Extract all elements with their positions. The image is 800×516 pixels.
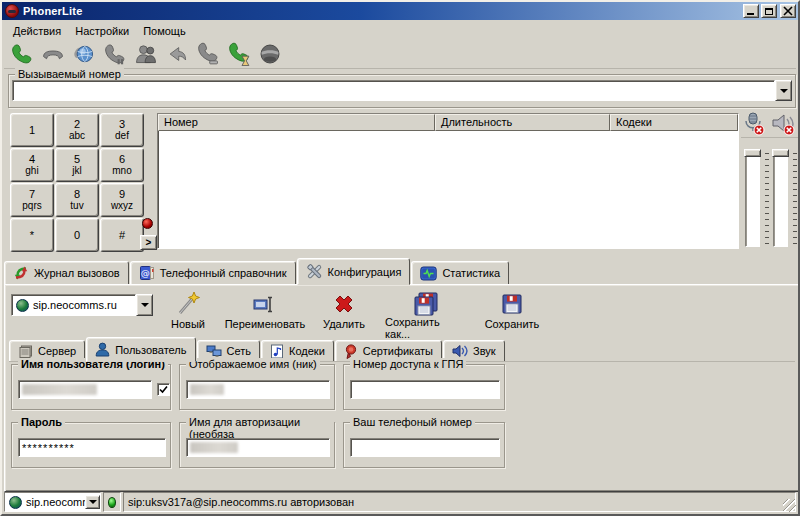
auth-name-input[interactable] xyxy=(186,438,330,457)
delete-profile-label: Удалить xyxy=(323,318,365,330)
reject-button[interactable] xyxy=(194,41,222,67)
red-x-icon xyxy=(331,290,357,318)
display-name-label: Отображаемое имя (ник) xyxy=(186,358,320,370)
column-duration[interactable]: Длительность xyxy=(435,114,610,131)
speaker-slider-thumb[interactable] xyxy=(772,149,789,157)
mic-volume-slider[interactable] xyxy=(744,147,770,251)
floppy-icon xyxy=(500,290,524,318)
dialpad-key-8[interactable]: 8tuv xyxy=(55,183,99,217)
subtab-server-label: Сервер xyxy=(38,345,76,357)
profile-combo-dropdown-button[interactable] xyxy=(136,294,153,316)
dialpad-key-hash[interactable]: # xyxy=(100,218,144,252)
maximize-button[interactable] xyxy=(761,4,777,18)
window-title: PhonerLite xyxy=(23,5,741,17)
rename-icon xyxy=(252,290,278,318)
menu-settings[interactable]: Настройки xyxy=(68,23,136,39)
gray-handset-icon xyxy=(41,42,65,66)
main-toolbar xyxy=(4,40,796,69)
handset-minus-icon xyxy=(196,42,220,66)
forward-arrow-icon xyxy=(165,42,189,66)
speaker-volume-slider[interactable] xyxy=(772,147,798,251)
column-number[interactable]: Номер xyxy=(158,114,435,131)
dialpad-key-1[interactable]: 1 xyxy=(10,113,54,147)
tab-call-log-label: Журнал вызовов xyxy=(34,267,120,279)
redial-button[interactable] xyxy=(70,41,98,67)
menu-help[interactable]: Помощь xyxy=(136,23,193,39)
volume-icons xyxy=(741,112,799,138)
dialpad-key-0[interactable]: 0 xyxy=(55,218,99,252)
menu-actions[interactable]: Действия xyxy=(6,23,68,39)
tab-statistics[interactable]: Статистика xyxy=(411,261,509,285)
subtab-user-label: Пользователь xyxy=(115,344,186,356)
title-bar: PhonerLite xyxy=(2,2,798,20)
dialpad-key-star[interactable]: * xyxy=(10,218,54,252)
speaker-waves-icon xyxy=(452,344,468,358)
dialpad-key-2[interactable]: 2abc xyxy=(55,113,99,147)
hangup-button[interactable] xyxy=(39,41,67,67)
dialed-number-label: Вызываемый номер xyxy=(15,68,124,80)
tab-phonebook[interactable]: @ Телефонный справочник xyxy=(130,261,296,285)
mic-slider-thumb[interactable] xyxy=(744,149,761,157)
username-input[interactable] xyxy=(18,380,152,399)
mailbox-number-label: Номер доступа к ГПЯ xyxy=(350,358,466,370)
phone-number-input[interactable] xyxy=(350,438,500,457)
column-codecs[interactable]: Кодеки xyxy=(610,114,738,131)
status-bar: sip.neocomms.ru sip:uksv317a@sip.neocomm… xyxy=(2,491,798,514)
speaker-slider-groove xyxy=(773,151,788,247)
username-group: Имя пользователя (логин) xyxy=(11,364,171,410)
save-as-button[interactable]: Сохранить как... xyxy=(377,289,475,333)
subtab-network-label: Сеть xyxy=(227,345,251,357)
conference-button[interactable] xyxy=(132,41,160,67)
subtab-sound-label: Звук xyxy=(473,345,496,357)
password-group: Пароль ********** xyxy=(11,422,171,468)
chevron-down-icon xyxy=(780,89,788,97)
password-label: Пароль xyxy=(18,416,65,428)
user-icon xyxy=(95,342,110,357)
dialpad-key-4[interactable]: 4ghi xyxy=(10,148,54,182)
dialed-number-value[interactable] xyxy=(12,80,775,101)
dialed-number-dropdown-button[interactable] xyxy=(775,80,792,101)
dialpad-expand-button[interactable]: > xyxy=(140,235,157,250)
display-name-group: Отображаемое имя (ник) xyxy=(179,364,335,410)
phonerlite-window: PhonerLite Действия Настройки Помощь xyxy=(0,0,800,516)
statusbar-profile-combo[interactable]: sip.neocomms.ru xyxy=(4,492,101,512)
dialpad-key-6[interactable]: 6mno xyxy=(100,148,144,182)
callback-button[interactable] xyxy=(225,41,253,67)
statusbar-combo-dropdown-button[interactable] xyxy=(85,495,100,509)
menu-bar: Действия Настройки Помощь xyxy=(4,22,796,40)
close-icon xyxy=(783,6,793,16)
hold-button[interactable] xyxy=(101,41,129,67)
handset-pause-icon xyxy=(103,42,127,66)
save-button[interactable]: Сохранить xyxy=(475,289,549,333)
delete-profile-button[interactable]: Удалить xyxy=(311,289,377,333)
dialpad-key-7[interactable]: 7pqrs xyxy=(10,183,54,217)
new-profile-button[interactable]: Новый xyxy=(157,289,219,333)
subtab-user[interactable]: Пользователь xyxy=(86,337,195,362)
statusbar-led-panel xyxy=(103,492,121,512)
statistics-icon xyxy=(420,266,437,281)
dialpad-key-5[interactable]: 5jkl xyxy=(55,148,99,182)
resize-grip[interactable] xyxy=(783,499,796,512)
call-list[interactable]: Номер Длительность Кодеки xyxy=(157,113,739,249)
minimize-button[interactable] xyxy=(743,4,759,18)
tab-configuration[interactable]: Конфигурация xyxy=(297,258,411,285)
certificate-seal-icon xyxy=(344,344,358,359)
transfer-button[interactable] xyxy=(163,41,191,67)
password-input[interactable]: ********** xyxy=(18,438,166,457)
dialpad-key-3[interactable]: 3def xyxy=(100,113,144,147)
display-name-input[interactable] xyxy=(186,380,330,399)
dialpad-key-9[interactable]: 9wxyz xyxy=(100,183,144,217)
floppy-double-icon xyxy=(412,290,440,316)
dialed-number-combo[interactable] xyxy=(12,80,792,101)
rename-profile-button[interactable]: Переименовать xyxy=(219,289,311,333)
green-handset-icon xyxy=(10,42,34,66)
close-button[interactable] xyxy=(780,4,796,18)
profile-combo[interactable]: sip.neocomms.ru xyxy=(11,294,153,316)
headset-button[interactable] xyxy=(256,41,284,67)
tab-call-log[interactable]: Журнал вызовов xyxy=(4,261,129,285)
server-icon xyxy=(18,344,33,359)
mailbox-number-input[interactable] xyxy=(350,380,500,399)
dial-button[interactable] xyxy=(8,41,36,67)
username-checkbox[interactable] xyxy=(157,383,170,396)
dark-sphere-icon xyxy=(258,42,282,66)
